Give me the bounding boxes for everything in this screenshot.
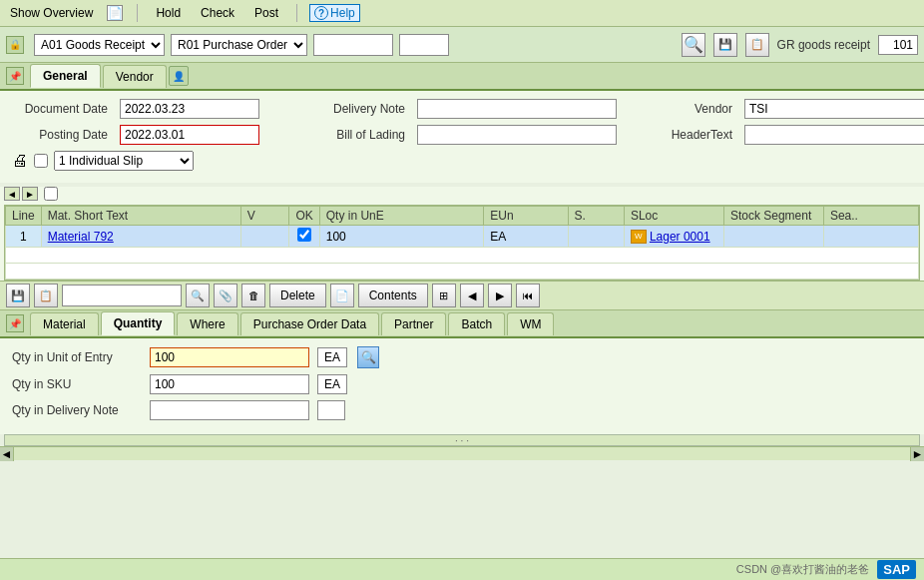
sap-logo: SAP [877,560,916,579]
btoolbar-search-icon[interactable]: 🔍 [186,284,210,307]
qty-delivery-label: Qty in Delivery Note [12,403,142,417]
slip-checkbox[interactable] [34,154,48,168]
tab-where[interactable]: Where [177,312,237,335]
data-table: Line Mat. Short Text V OK Qty in UnE EUn… [5,206,919,280]
order-input-1[interactable] [313,34,393,56]
cell-ok [289,226,319,248]
btoolbar-nav2-icon[interactable]: ▶ [488,284,512,307]
btoolbar-input[interactable] [62,285,182,306]
tab-general[interactable]: General [30,64,101,88]
table-checkbox[interactable] [44,187,58,201]
header-text-row: HeaderText [657,125,924,145]
middle-form-col: Delivery Note Bill of Lading [299,99,617,175]
cell-s [568,226,624,248]
main-toolbar: 🔒 A01 Goods Receipt R01 Purchase Order 🔍… [0,27,924,63]
menu-help[interactable]: ? Help [309,4,360,22]
delivery-note-row: Delivery Note [299,99,617,119]
lager-cell: W Lager 0001 [631,230,717,244]
bottom-scrollbar[interactable]: · · · [4,434,920,446]
cell-empty2 [6,264,919,280]
toolbar-btn-2[interactable]: 💾 [713,33,737,57]
bottom-section-icon[interactable]: 📌 [6,314,24,332]
qty-entry-input[interactable] [150,347,309,367]
lager-link[interactable]: Lager 0001 [650,230,710,244]
table-row-empty-2 [6,264,919,280]
header-section-icon[interactable]: 📌 [6,67,24,85]
tab-person-icon[interactable]: 👤 [169,66,189,86]
posting-date-label: Posting Date [12,128,112,142]
toolbar-right: 🔍 💾 📋 GR goods receipt [682,33,918,57]
unit-btn[interactable]: 🔍 [357,346,379,368]
header-content: Document Date Posting Date 🖨 1 Individua… [0,91,924,183]
toolbar-btn-save[interactable]: 🔍 [682,33,705,57]
qty-sku-input[interactable] [150,374,309,394]
vendor-input[interactable] [744,99,924,119]
vendor-row: Vendor [657,99,924,119]
order-input-2[interactable] [399,34,449,56]
csdn-label: CSDN @喜欢打酱油的老爸 [736,562,869,577]
vendor-label: Vendor [657,102,736,116]
menu-icon-1[interactable]: 📄 [107,5,123,21]
btoolbar-list-icon[interactable]: 📋 [34,284,58,307]
delivery-note-input[interactable] [417,99,617,119]
scroll-left-arrow[interactable]: ◄ [0,447,14,461]
menu-show-overview[interactable]: Show Overview [4,4,99,22]
btoolbar-ref-icon[interactable]: 📎 [214,284,237,307]
scroll-left[interactable]: ◄ [4,187,20,201]
btoolbar-nav3-icon[interactable]: ⏮ [516,284,540,307]
material-link[interactable]: Material 792 [48,230,114,244]
cell-line: 1 [6,226,42,248]
tab-batch[interactable]: Batch [448,312,505,335]
qty-delivery-unit-input[interactable] [317,400,345,420]
btoolbar-grid-icon[interactable]: ⊞ [432,284,456,307]
help-label: Help [330,6,355,20]
btoolbar-copy-icon[interactable]: 📄 [330,284,354,307]
cell-sea [823,226,918,248]
qty-delivery-input[interactable] [150,400,309,420]
header-tabs-bar: 📌 General Vendor 👤 [0,63,924,91]
scroll-right-arrow[interactable]: ► [910,447,924,461]
cell-empty [6,248,919,264]
qty-delivery-row: Qty in Delivery Note [12,400,912,420]
slip-select[interactable]: 1 Individual Slip [54,151,194,171]
status-right: CSDN @喜欢打酱油的老爸 SAP [736,560,916,579]
table-row[interactable]: 1 Material 792 100 EA W Lager 0001 [6,226,919,248]
bottom-toolbar: 💾 📋 🔍 📎 🗑 Delete 📄 Contents ⊞ ◀ ▶ ⏮ [0,281,924,310]
tab-vendor[interactable]: Vendor [103,65,167,88]
header-text-input[interactable] [744,125,924,145]
qty-sku-unit: EA [317,374,347,394]
col-v: V [240,207,289,226]
posting-date-input[interactable] [120,125,259,145]
nav-icon[interactable]: 🔒 [6,36,24,54]
h-scrollbar[interactable]: ◄ ► [0,446,924,460]
left-form-col: Document Date Posting Date 🖨 1 Individua… [12,99,259,175]
col-s: S. [568,207,624,226]
delete-button[interactable]: Delete [269,284,326,307]
tab-wm[interactable]: WM [507,312,554,335]
tab-po-data[interactable]: Purchase Order Data [240,312,379,335]
tab-partner[interactable]: Partner [381,312,446,335]
tab-quantity[interactable]: Quantity [101,311,176,335]
menu-check[interactable]: Check [195,4,240,22]
ok-checkbox[interactable] [297,228,311,242]
table-area: ◄ ► Line Mat. Short Text V OK Qty in UnE… [0,187,924,281]
contents-button[interactable]: Contents [358,284,428,307]
menu-hold[interactable]: Hold [150,4,187,22]
movement-type-select[interactable]: A01 Goods Receipt [34,34,165,56]
col-mat-short-text: Mat. Short Text [41,207,240,226]
cell-stock-seg [723,226,823,248]
bill-lading-input[interactable] [417,125,617,145]
menu-post[interactable]: Post [248,4,284,22]
btoolbar-nav1-icon[interactable]: ◀ [460,284,484,307]
print-icon[interactable]: 🖨 [12,152,28,170]
divider-1 [137,4,138,22]
btoolbar-del-icon[interactable]: 🗑 [241,284,265,307]
gr-value-input[interactable] [878,35,918,55]
tab-material[interactable]: Material [30,312,99,335]
order-type-select[interactable]: R01 Purchase Order [171,34,307,56]
toolbar-btn-3[interactable]: 📋 [745,33,769,57]
btoolbar-save-icon[interactable]: 💾 [6,284,30,307]
doc-date-input[interactable] [120,99,259,119]
scroll-right[interactable]: ► [22,187,38,201]
bottom-tabs-bar: 📌 Material Quantity Where Purchase Order… [0,310,924,338]
